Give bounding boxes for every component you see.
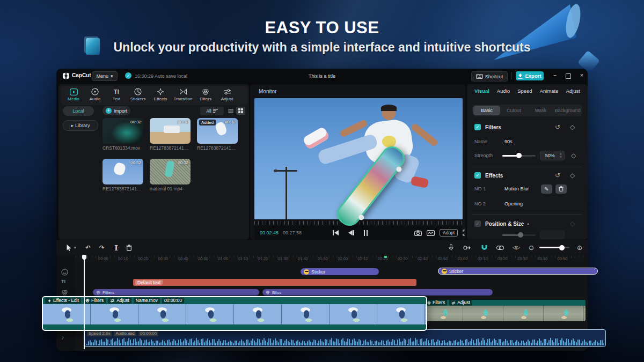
timeline-zoom-in-button[interactable]: ⊕: [574, 242, 586, 253]
close-button[interactable]: ×: [577, 72, 586, 78]
media-item[interactable]: Added 00:32 RE127838721412.mp4: [197, 118, 238, 151]
delete-button[interactable]: [123, 242, 135, 253]
tab-transition[interactable]: Transition: [172, 87, 194, 101]
sticker-clip-selected[interactable]: Sticker: [438, 268, 598, 275]
media-item[interactable]: 00:32 CRST601334.mov: [103, 118, 143, 151]
subtab-background[interactable]: Background: [554, 106, 581, 115]
pause-button[interactable]: [364, 230, 368, 236]
undo-button[interactable]: ↶: [82, 242, 94, 253]
record-voiceover-button[interactable]: [445, 242, 457, 253]
edit-effect-button[interactable]: ✎: [541, 184, 552, 194]
clipped-slider[interactable]: [502, 234, 536, 236]
tab-media[interactable]: Media: [63, 87, 84, 101]
sticker-clip[interactable]: Sticker: [301, 268, 379, 275]
timeline-zoom-out-button[interactable]: ⊖: [525, 242, 537, 253]
tab-stickers[interactable]: Stickers: [127, 87, 149, 101]
adjust-icon: [110, 299, 115, 302]
stepper[interactable]: ∧∨: [560, 153, 562, 158]
tab-audio[interactable]: Audio: [84, 87, 106, 101]
maximize-button[interactable]: [566, 73, 571, 79]
mirror-preview-icon[interactable]: [427, 230, 435, 236]
strength-slider[interactable]: [502, 155, 536, 157]
reset-icon[interactable]: ↺: [555, 123, 560, 131]
media-item[interactable]: 00:32 RE127838721412.mp4: [103, 159, 143, 191]
media-filename: RE127838721412.mp4: [103, 186, 143, 191]
filter-name-value: 90s: [504, 139, 513, 144]
position-size-checkbox[interactable]: ✓: [474, 220, 481, 227]
previous-frame-button[interactable]: [348, 230, 354, 235]
skip-start-button[interactable]: [333, 230, 339, 235]
audio-clip[interactable]: Speed 2.0x Audio.aac 00:00:00: [84, 329, 606, 347]
clip-badge: Filters: [425, 300, 447, 306]
media-thumbnail: 00:32: [150, 118, 191, 144]
sort-icon: [213, 109, 218, 113]
effects-checkbox[interactable]: ✓: [474, 172, 481, 179]
sticker-track-icon: [61, 269, 68, 276]
grid-view-button[interactable]: [236, 107, 245, 115]
video-clip[interactable]: Filters Adjust: [423, 300, 586, 321]
filter-clip[interactable]: Filters: [93, 289, 259, 295]
timeline-zoom-slider[interactable]: [539, 247, 569, 248]
keyframe-toggle-button[interactable]: [461, 242, 473, 253]
capcut-logo-icon: [62, 72, 70, 79]
media-item[interactable]: 00:32 material 01.mp4: [150, 159, 191, 191]
tab-adjust-props[interactable]: Adjust: [566, 88, 580, 94]
collapse-icon[interactable]: ▴: [527, 221, 529, 226]
ruler-label: 01:50: [318, 256, 328, 261]
divider: [472, 214, 582, 215]
export-upload-icon: [518, 73, 523, 79]
list-view-button[interactable]: [226, 107, 235, 115]
redo-button[interactable]: ↷: [96, 242, 108, 253]
select-tool-caret[interactable]: ▾: [74, 246, 76, 250]
link-clips-button[interactable]: [494, 242, 506, 253]
media-filename: material 01.mp4: [150, 186, 191, 191]
filter-all-button[interactable]: All: [200, 107, 224, 115]
media-thumbnail: Added 00:32: [197, 118, 238, 144]
sunglasses-emoji-icon: [442, 269, 447, 274]
subtab-basic[interactable]: Basic: [473, 106, 500, 115]
select-tool-button[interactable]: [63, 242, 75, 253]
media-item[interactable]: 00:32 RE127838721412.mp4: [150, 118, 191, 151]
magnet-snap-button[interactable]: [478, 242, 490, 253]
skater-shoe-front: [302, 126, 330, 150]
minimize-button[interactable]: −: [551, 72, 559, 78]
preview-split-button[interactable]: ◁|▷: [510, 242, 522, 253]
subtab-mask[interactable]: Mask: [528, 106, 554, 115]
keyframe-icon[interactable]: ◇: [570, 123, 575, 131]
shortcut-button[interactable]: Shortcut: [471, 71, 508, 82]
tab-animate[interactable]: Animate: [540, 88, 559, 94]
trash-icon: [126, 245, 132, 251]
filter-clip[interactable]: Bliss: [262, 289, 493, 295]
ruler-label: 00:30: [158, 256, 169, 261]
timeline-ruler[interactable]: 00:0000:1000:2000:3000:4000:5001:0001:10…: [76, 256, 587, 262]
snapshot-icon[interactable]: [414, 230, 422, 236]
video-clip-selected[interactable]: Effects - Edit Filters Adjust Name.mov 0…: [42, 296, 427, 331]
keyframe-icon[interactable]: ◇: [571, 152, 576, 159]
strength-value-box[interactable]: 50% ∧∨: [540, 151, 565, 160]
adapt-button[interactable]: Adapt: [440, 229, 458, 237]
sidebar-item-library[interactable]: ▸ Library: [63, 120, 98, 131]
reset-icon[interactable]: ↺: [555, 172, 560, 179]
tab-effects[interactable]: Effects: [150, 87, 171, 101]
text-clip[interactable]: Default text: [133, 279, 416, 286]
media-filename: RE127838721412.mp4: [150, 145, 191, 151]
sidebar-item-local[interactable]: Local: [63, 106, 94, 116]
delete-effect-button[interactable]: [555, 184, 567, 194]
playhead[interactable]: [84, 255, 85, 349]
tab-visual[interactable]: Visual: [474, 88, 489, 94]
export-button[interactable]: Export: [516, 71, 544, 80]
keyframe-icon[interactable]: ◇: [570, 172, 575, 179]
tab-filters[interactable]: Filters: [195, 87, 216, 101]
ruler-marker: [384, 256, 387, 258]
clipped-value-box[interactable]: [540, 231, 565, 239]
import-button[interactable]: + Import: [103, 106, 130, 115]
filters-checkbox[interactable]: ✓: [474, 124, 481, 130]
tab-audio-props[interactable]: Audio: [497, 88, 510, 94]
split-button[interactable]: ][: [110, 242, 122, 253]
subtab-cutout[interactable]: Cutout: [500, 106, 527, 115]
tab-adjust[interactable]: Adjust: [216, 87, 238, 101]
zoom-in-icon: ⊕: [577, 244, 582, 252]
menu-button[interactable]: Menu ▾: [92, 71, 118, 81]
tab-text[interactable]: TI Text: [106, 87, 127, 101]
tab-speed[interactable]: Speed: [517, 88, 532, 94]
